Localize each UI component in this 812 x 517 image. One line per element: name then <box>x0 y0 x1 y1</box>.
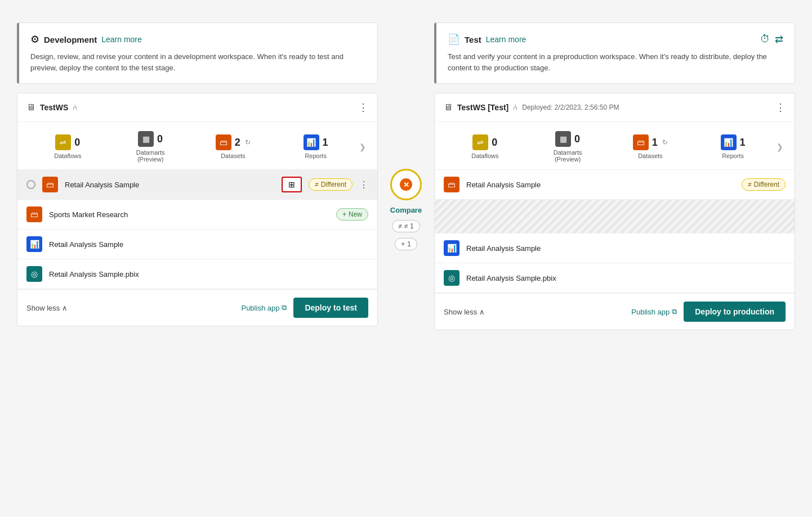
test-deploy-button[interactable]: Deploy to production <box>684 302 786 322</box>
compare-badge-plus: + 1 <box>395 238 417 250</box>
test-stats-arrow[interactable]: ❯ <box>774 142 786 151</box>
dev-item-retail-report[interactable]: 📊 Retail Analysis Sample <box>17 230 377 259</box>
dev-external-link-icon: ⧉ <box>282 303 287 312</box>
test-report-label: Reports <box>722 152 744 159</box>
dev-item-retail-report-name: Retail Analysis Sample <box>49 240 368 249</box>
test-workspace-menu[interactable]: ⋮ <box>775 101 786 114</box>
dev-item-menu[interactable]: ⋮ <box>359 179 368 190</box>
dev-item-radio[interactable] <box>26 180 35 189</box>
compare-minus-icon: ≠ <box>398 222 402 230</box>
dev-item-report-icon: 📊 <box>26 236 42 252</box>
test-dataset-icon: 🗃 <box>633 134 649 150</box>
test-workspace-header: 🖥 TestWS [Test] ⑃ Deployed: 2/2/2023, 2:… <box>435 93 795 122</box>
dev-stage-icon: ⚙ <box>30 33 39 46</box>
compare-x-icon: ✕ <box>400 178 412 191</box>
compare-grid-icon: ⊞ <box>288 180 295 189</box>
history-icon[interactable]: ⏱ <box>760 33 770 46</box>
test-dataset-count: 1 <box>652 137 658 149</box>
dev-item-different-badge: ≠ Different <box>309 178 353 191</box>
test-stat-reports: 📊 1 Reports <box>691 134 774 159</box>
test-datamart-count: 0 <box>574 133 580 145</box>
test-item-different-badge: ≠ Different <box>742 178 786 191</box>
test-stat-datamarts: ▦ 0 Datamarts(Preview) <box>527 131 609 163</box>
compare-plus-count: 1 <box>407 240 411 248</box>
test-hatched-area <box>435 200 795 233</box>
test-publish-app-button[interactable]: Publish app ⧉ <box>631 307 677 316</box>
test-item-retail-report-name: Retail Analysis Sample <box>466 244 786 253</box>
dev-compare-button[interactable]: ⊞ <box>282 177 302 192</box>
compare-badge-minus: ≠ ≠ 1 <box>392 220 420 232</box>
different-icon: ≠ <box>315 181 319 188</box>
test-show-less-label: Show less <box>444 308 477 316</box>
dev-item-retail-name: Retail Analysis Sample <box>65 181 275 189</box>
test-deployed-info: Deployed: 2/2/2023, 2:56:50 PM <box>522 104 619 111</box>
compare-label[interactable]: Compare <box>390 206 422 214</box>
test-item-retail-report[interactable]: 📊 Retail Analysis Sample <box>435 233 795 263</box>
dev-stats-arrow[interactable]: ❯ <box>357 142 368 151</box>
dev-stats-row: ⇌ 0 Dataflows ▦ 0 Datamarts(Preview) 🗃 <box>17 122 377 169</box>
test-item-retail-name: Retail Analysis Sample <box>466 181 735 189</box>
dev-workspace-card: 🖥 TestWS ⑃ ⋮ ⇌ 0 Dataflows ▦ 0 <box>17 93 378 326</box>
dev-stage-header: ⚙ Development Learn more Design, review,… <box>17 23 378 84</box>
dev-item-retail-pbix[interactable]: ◎ Retail Analysis Sample.pbix <box>17 259 377 289</box>
test-stage-title: Test <box>465 35 481 44</box>
dev-publish-app-button[interactable]: Publish app ⧉ <box>241 303 287 312</box>
dev-datamart-icon: ▦ <box>138 131 154 147</box>
test-workspace-name: TestWS [Test] <box>457 103 508 112</box>
test-report-icon: 📊 <box>721 134 737 150</box>
test-stat-datasets: 🗃 1 ↻ Datasets <box>609 134 692 159</box>
test-dataflow-label: Dataflows <box>471 152 498 159</box>
dev-item-pbix-icon: ◎ <box>26 266 42 282</box>
dev-dataflow-label: Dataflows <box>54 152 81 159</box>
dev-item-retail-dataset[interactable]: 🗃 Retail Analysis Sample ⊞ ≠ Different ⋮ <box>17 170 377 200</box>
test-show-less-button[interactable]: Show less ∧ <box>444 308 485 316</box>
compare-plus-icon: + <box>401 240 405 248</box>
compare-circle[interactable]: ✕ <box>390 169 422 200</box>
dev-dataset-count: 2 <box>235 137 240 149</box>
test-item-report-icon: 📊 <box>444 240 459 256</box>
dev-stat-reports: 📊 1 Reports <box>274 134 357 159</box>
test-item-pbix-icon: ◎ <box>444 270 459 286</box>
dev-report-label: Reports <box>305 152 327 159</box>
test-dataset-label: Datasets <box>638 152 662 159</box>
test-workspace-icon: 🖥 <box>444 102 453 113</box>
test-dataflow-count: 0 <box>492 137 497 149</box>
dev-report-count: 1 <box>323 137 328 149</box>
dev-dataset-label: Datasets <box>221 152 245 159</box>
test-stage-header: 📄 Test Learn more ⏱ ⇄ Test and verify yo… <box>434 23 795 84</box>
dev-workspace-icon: 🖥 <box>26 102 35 113</box>
test-dataset-refresh-icon[interactable]: ↻ <box>662 138 668 146</box>
compare-pairs-icon[interactable]: ⇄ <box>775 33 783 46</box>
dev-card-footer: Show less ∧ Publish app ⧉ Deploy to test <box>17 289 377 326</box>
test-item-retail-pbix[interactable]: ◎ Retail Analysis Sample.pbix <box>435 263 795 293</box>
test-git-icon: ⑃ <box>513 103 517 112</box>
dev-item-sports-icon: 🗃 <box>26 206 42 222</box>
dev-header-title: ⚙ Development Learn more <box>30 33 366 46</box>
dev-item-dataset-icon: 🗃 <box>42 177 58 192</box>
dev-publish-label: Publish app <box>241 304 279 312</box>
test-chevron-up-icon: ∧ <box>479 308 485 316</box>
test-learn-more-link[interactable]: Learn more <box>486 35 527 44</box>
dev-item-sports-dataset[interactable]: 🗃 Sports Market Research + New <box>17 200 377 230</box>
test-different-icon: ≠ <box>748 181 752 188</box>
dev-dataset-icon: 🗃 <box>216 134 231 150</box>
test-item-pbix-name: Retail Analysis Sample.pbix <box>466 274 786 282</box>
pipeline-layout: ⚙ Development Learn more Design, review,… <box>17 23 795 330</box>
test-item-retail-dataset[interactable]: 🗃 Retail Analysis Sample ≠ Different <box>435 170 795 200</box>
dev-show-less-label: Show less <box>26 304 60 312</box>
test-datamart-label: Datamarts(Preview) <box>554 149 582 163</box>
dev-stat-datamarts: ▦ 0 Datamarts(Preview) <box>109 131 192 163</box>
dev-deploy-button[interactable]: Deploy to test <box>293 298 368 318</box>
test-header-icons: ⏱ ⇄ <box>760 33 783 46</box>
dev-learn-more-link[interactable]: Learn more <box>101 35 142 44</box>
dev-workspace-menu[interactable]: ⋮ <box>358 101 368 114</box>
dev-stage-desc: Design, review, and revise your content … <box>30 51 366 73</box>
test-stage-desc: Test and verify your content in a prepro… <box>448 51 783 73</box>
dev-workspace-name: TestWS <box>40 103 68 112</box>
dev-show-less-button[interactable]: Show less ∧ <box>26 304 68 312</box>
dev-dataset-refresh-icon[interactable]: ↻ <box>245 138 251 146</box>
compare-minus-count: ≠ 1 <box>404 222 414 230</box>
test-datamart-icon: ▦ <box>555 131 571 147</box>
dev-stage-title: Development <box>44 35 97 44</box>
test-workspace-card: 🖥 TestWS [Test] ⑃ Deployed: 2/2/2023, 2:… <box>434 93 795 330</box>
